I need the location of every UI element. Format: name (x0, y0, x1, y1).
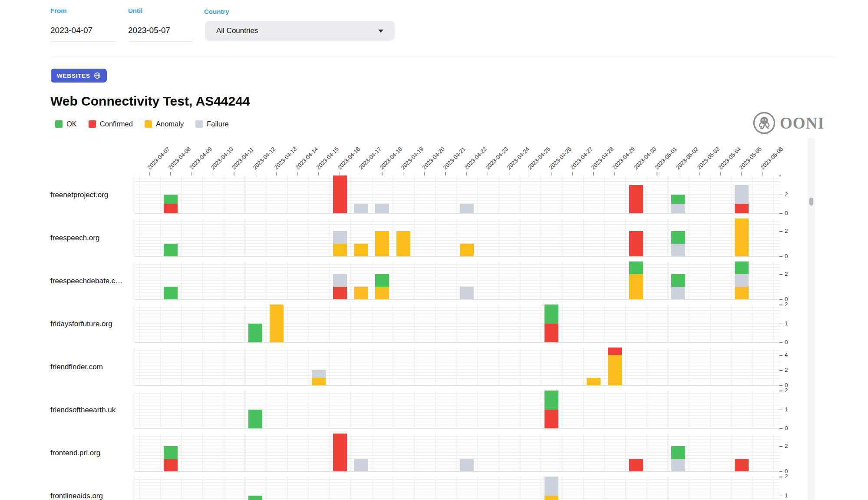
bar-segment-anomaly[interactable] (354, 287, 368, 299)
bar-segment-anomaly[interactable] (460, 244, 474, 256)
bar-stack[interactable] (545, 477, 558, 500)
bar-segment-ok[interactable] (629, 262, 643, 274)
bar-stack[interactable] (333, 434, 347, 471)
bar-stack[interactable] (396, 231, 410, 256)
bar-segment-confirmed[interactable] (735, 204, 749, 213)
scrollbar-thumb[interactable] (809, 198, 813, 205)
bar-segment-failure[interactable] (735, 185, 749, 204)
bar-stack[interactable] (354, 459, 368, 471)
bar-segment-anomaly[interactable] (735, 219, 749, 256)
bar-stack[interactable] (164, 244, 178, 256)
bar-segment-confirmed[interactable] (629, 459, 643, 471)
bar-stack[interactable] (460, 287, 474, 299)
bar-stack[interactable] (629, 459, 643, 471)
scrollbar-track[interactable] (808, 138, 815, 500)
bar-segment-ok[interactable] (164, 195, 178, 204)
bar-segment-failure[interactable] (671, 204, 685, 213)
bar-stack[interactable] (164, 446, 178, 471)
bar-segment-ok[interactable] (248, 496, 262, 500)
bar-segment-confirmed[interactable] (629, 185, 643, 213)
bar-stack[interactable] (354, 287, 368, 299)
bar-segment-ok[interactable] (248, 324, 262, 343)
bar-stack[interactable] (545, 391, 558, 428)
bar-stack[interactable] (354, 244, 368, 256)
bar-stack[interactable] (248, 324, 262, 343)
bar-stack[interactable] (333, 175, 347, 213)
bar-stack[interactable] (333, 274, 347, 299)
bar-segment-failure[interactable] (460, 204, 474, 213)
bar-segment-failure[interactable] (354, 204, 368, 213)
bar-segment-confirmed[interactable] (545, 324, 558, 343)
bar-segment-anomaly[interactable] (375, 231, 389, 256)
bar-stack[interactable] (629, 231, 643, 256)
bar-stack[interactable] (671, 446, 685, 471)
bar-segment-anomaly[interactable] (629, 274, 643, 299)
bar-segment-failure[interactable] (735, 274, 749, 287)
bar-stack[interactable] (545, 305, 558, 342)
bar-segment-ok[interactable] (671, 195, 685, 204)
bar-segment-failure[interactable] (375, 204, 389, 213)
bar-segment-failure[interactable] (333, 231, 347, 244)
bar-stack[interactable] (460, 204, 474, 213)
bar-stack[interactable] (312, 370, 326, 385)
bar-segment-confirmed[interactable] (545, 410, 558, 429)
bar-stack[interactable] (735, 459, 749, 471)
bar-stack[interactable] (629, 185, 643, 213)
bar-stack[interactable] (375, 274, 389, 299)
bar-segment-ok[interactable] (545, 305, 558, 324)
bar-segment-ok[interactable] (545, 391, 558, 410)
bar-segment-confirmed[interactable] (608, 348, 622, 355)
bar-segment-failure[interactable] (671, 287, 685, 299)
bar-segment-ok[interactable] (248, 410, 262, 429)
bar-stack[interactable] (629, 262, 643, 299)
bar-segment-failure[interactable] (460, 459, 474, 471)
bar-segment-anomaly[interactable] (735, 287, 749, 299)
bar-segment-anomaly[interactable] (545, 496, 558, 500)
bar-stack[interactable] (608, 348, 622, 385)
bar-segment-failure[interactable] (312, 370, 326, 377)
bar-stack[interactable] (735, 219, 749, 256)
bar-stack[interactable] (270, 305, 284, 342)
bar-stack[interactable] (248, 496, 262, 500)
bar-segment-failure[interactable] (460, 287, 474, 299)
bar-stack[interactable] (735, 185, 749, 213)
bar-segment-anomaly[interactable] (587, 378, 601, 385)
bar-segment-ok[interactable] (164, 287, 178, 299)
bar-segment-ok[interactable] (735, 262, 749, 274)
bar-stack[interactable] (671, 274, 685, 299)
bar-segment-anomaly[interactable] (270, 305, 284, 342)
bar-stack[interactable] (460, 459, 474, 471)
bar-segment-anomaly[interactable] (396, 231, 410, 256)
bar-segment-failure[interactable] (545, 477, 558, 496)
bar-stack[interactable] (354, 204, 368, 213)
bar-segment-confirmed[interactable] (164, 204, 178, 213)
bar-stack[interactable] (248, 410, 262, 429)
bar-segment-anomaly[interactable] (354, 244, 368, 256)
bar-stack[interactable] (671, 195, 685, 214)
bar-stack[interactable] (735, 262, 749, 299)
bar-segment-anomaly[interactable] (312, 378, 326, 385)
bar-segment-confirmed[interactable] (333, 287, 347, 299)
bar-stack[interactable] (375, 204, 389, 213)
bar-segment-ok[interactable] (671, 231, 685, 244)
bar-segment-failure[interactable] (354, 459, 368, 471)
bar-stack[interactable] (164, 287, 178, 299)
bar-stack[interactable] (587, 378, 601, 385)
bar-segment-ok[interactable] (671, 446, 685, 459)
bar-segment-confirmed[interactable] (629, 231, 643, 256)
bar-stack[interactable] (375, 231, 389, 256)
bar-segment-failure[interactable] (333, 274, 347, 287)
bar-stack[interactable] (164, 195, 178, 214)
bar-segment-confirmed[interactable] (164, 459, 178, 471)
bar-segment-anomaly[interactable] (333, 244, 347, 256)
bar-segment-confirmed[interactable] (735, 459, 749, 471)
bar-segment-ok[interactable] (375, 274, 389, 287)
bar-segment-anomaly[interactable] (608, 355, 622, 385)
bar-segment-confirmed[interactable] (333, 175, 347, 213)
bar-segment-failure[interactable] (671, 459, 685, 471)
bar-segment-failure[interactable] (671, 244, 685, 256)
bar-segment-anomaly[interactable] (375, 287, 389, 299)
bar-segment-confirmed[interactable] (333, 434, 347, 471)
bar-segment-ok[interactable] (164, 244, 178, 256)
bar-stack[interactable] (671, 231, 685, 256)
